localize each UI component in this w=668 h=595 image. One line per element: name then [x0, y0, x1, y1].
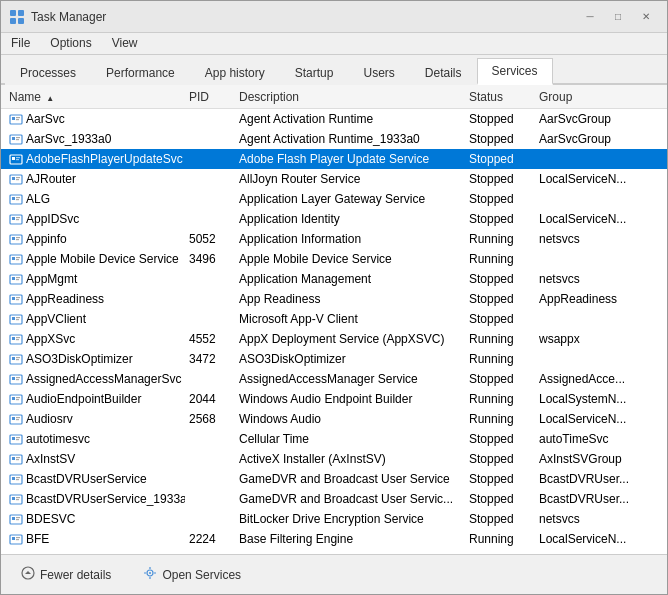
cell-desc: Cellular Time: [235, 432, 465, 446]
cell-status: Stopped: [465, 312, 535, 326]
table-row[interactable]: Apple Mobile Device Service 3496 Apple M…: [1, 249, 667, 269]
cell-pid: 3472: [185, 352, 235, 366]
cell-status: Stopped: [465, 492, 535, 506]
cell-desc: AppX Deployment Service (AppXSVC): [235, 332, 465, 346]
cell-group: netsvcs: [535, 232, 663, 246]
col-header-status[interactable]: Status: [465, 88, 535, 106]
service-icon: [9, 192, 23, 206]
svg-rect-18: [16, 177, 20, 178]
open-services-button[interactable]: Open Services: [135, 562, 249, 587]
cell-group: wsappx: [535, 332, 663, 346]
table-row[interactable]: AppVClient Microsoft App-V Client Stoppe…: [1, 309, 667, 329]
menu-file[interactable]: File: [1, 33, 40, 54]
table-row[interactable]: AJRouter AllJoyn Router Service Stopped …: [1, 169, 667, 189]
svg-rect-49: [12, 337, 15, 340]
tab-app-history[interactable]: App history: [190, 60, 280, 85]
col-header-group[interactable]: Group: [535, 88, 663, 106]
cell-desc: GameDVR and Broadcast User Servic...: [235, 492, 465, 506]
cell-group: AarSvcGroup: [535, 132, 663, 146]
minimize-button[interactable]: ─: [577, 4, 603, 30]
cell-desc: Windows Audio Endpoint Builder: [235, 392, 465, 406]
table-inner: AarSvc Agent Activation Runtime Stopped …: [1, 109, 667, 554]
table-row[interactable]: BcastDVRUserService GameDVR and Broadcas…: [1, 469, 667, 489]
col-header-pid[interactable]: PID: [185, 88, 235, 106]
svg-rect-42: [16, 297, 20, 298]
cell-group: LocalServiceN...: [535, 212, 663, 226]
col-header-description[interactable]: Description: [235, 88, 465, 106]
cell-name: AssignedAccessManagerSvc: [5, 372, 185, 386]
tab-details[interactable]: Details: [410, 60, 477, 85]
table-row[interactable]: AppXSvc 4552 AppX Deployment Service (Ap…: [1, 329, 667, 349]
table-row[interactable]: ASO3DiskOptimizer 3472 ASO3DiskOptimizer…: [1, 349, 667, 369]
svg-rect-38: [16, 277, 20, 278]
table-row[interactable]: BDESVC BitLocker Drive Encryption Servic…: [1, 509, 667, 529]
maximize-button[interactable]: □: [605, 4, 631, 30]
table-row[interactable]: BcastDVRUserService_1933a0 GameDVR and B…: [1, 489, 667, 509]
menu-options[interactable]: Options: [40, 33, 101, 54]
cell-status: Stopped: [465, 132, 535, 146]
tab-startup[interactable]: Startup: [280, 60, 349, 85]
table-row[interactable]: Audiosrv 2568 Windows Audio Running Loca…: [1, 409, 667, 429]
title-bar-left: Task Manager: [9, 9, 106, 25]
cell-name: BDESVC: [5, 512, 185, 526]
tab-users[interactable]: Users: [348, 60, 409, 85]
cell-status: Running: [465, 412, 535, 426]
tab-processes[interactable]: Processes: [5, 60, 91, 85]
svg-rect-0: [10, 10, 16, 16]
cell-group: LocalServiceN...: [535, 412, 663, 426]
svg-rect-89: [12, 537, 15, 540]
fewer-details-label: Fewer details: [40, 568, 111, 582]
cell-desc: App Readiness: [235, 292, 465, 306]
svg-rect-54: [16, 357, 20, 358]
cell-desc: Agent Activation Runtime: [235, 112, 465, 126]
service-icon: [9, 112, 23, 126]
col-header-name[interactable]: Name ▲: [5, 88, 185, 106]
service-icon: [9, 432, 23, 446]
tab-performance[interactable]: Performance: [91, 60, 190, 85]
close-button[interactable]: ✕: [633, 4, 659, 30]
svg-rect-25: [12, 217, 15, 220]
table-row[interactable]: autotimesvc Cellular Time Stopped autoTi…: [1, 429, 667, 449]
menu-view[interactable]: View: [102, 33, 148, 54]
fewer-details-button[interactable]: Fewer details: [13, 562, 119, 587]
table-row[interactable]: AppIDSvc Application Identity Stopped Lo…: [1, 209, 667, 229]
table-row[interactable]: ALG Application Layer Gateway Service St…: [1, 189, 667, 209]
table-row[interactable]: AarSvc_1933a0 Agent Activation Runtime_1…: [1, 129, 667, 149]
table-row[interactable]: Appinfo 5052 Application Information Run…: [1, 229, 667, 249]
tab-services[interactable]: Services: [477, 58, 553, 85]
cell-status: Stopped: [465, 192, 535, 206]
cell-name: AarSvc_1933a0: [5, 132, 185, 146]
cell-group: autoTimeSvc: [535, 432, 663, 446]
task-manager-icon: [9, 9, 25, 25]
table-row[interactable]: BFE 2224 Base Filtering Engine Running L…: [1, 529, 667, 549]
cell-desc: ActiveX Installer (AxInstSV): [235, 452, 465, 466]
cell-group: AssignedAcce...: [535, 372, 663, 386]
table-row[interactable]: AppReadiness App Readiness Stopped AppRe…: [1, 289, 667, 309]
table-row[interactable]: AppMgmt Application Management Stopped n…: [1, 269, 667, 289]
window-controls: ─ □ ✕: [577, 4, 659, 30]
svg-rect-82: [16, 497, 20, 498]
table-row[interactable]: AudioEndpointBuilder 2044 Windows Audio …: [1, 389, 667, 409]
cell-status: Stopped: [465, 452, 535, 466]
cell-group: netsvcs: [535, 272, 663, 286]
svg-rect-34: [16, 257, 20, 258]
table-row[interactable]: AssignedAccessManagerSvc AssignedAccessM…: [1, 369, 667, 389]
cell-group: LocalServiceN...: [535, 172, 663, 186]
cell-desc: AllJoyn Router Service: [235, 172, 465, 186]
cell-desc: Agent Activation Runtime_1933a0: [235, 132, 465, 146]
cell-desc: Microsoft App-V Client: [235, 312, 465, 326]
cell-name: AppXSvc: [5, 332, 185, 346]
service-icon: [9, 172, 23, 186]
service-icon: [9, 472, 23, 486]
title-bar: Task Manager ─ □ ✕: [1, 1, 667, 33]
svg-rect-75: [16, 459, 19, 460]
svg-rect-1: [18, 10, 24, 16]
table-row[interactable]: AarSvc Agent Activation Runtime Stopped …: [1, 109, 667, 129]
cell-group: BcastDVRUser...: [535, 472, 663, 486]
svg-point-99: [149, 572, 151, 574]
cell-status: Stopped: [465, 292, 535, 306]
table-row-selected[interactable]: AdobeFlashPlayerUpdateSvc Adobe Flash Pl…: [1, 149, 667, 169]
cell-name: AudioEndpointBuilder: [5, 392, 185, 406]
table-row[interactable]: AxInstSV ActiveX Installer (AxInstSV) St…: [1, 449, 667, 469]
cell-group: BcastDVRUser...: [535, 492, 663, 506]
